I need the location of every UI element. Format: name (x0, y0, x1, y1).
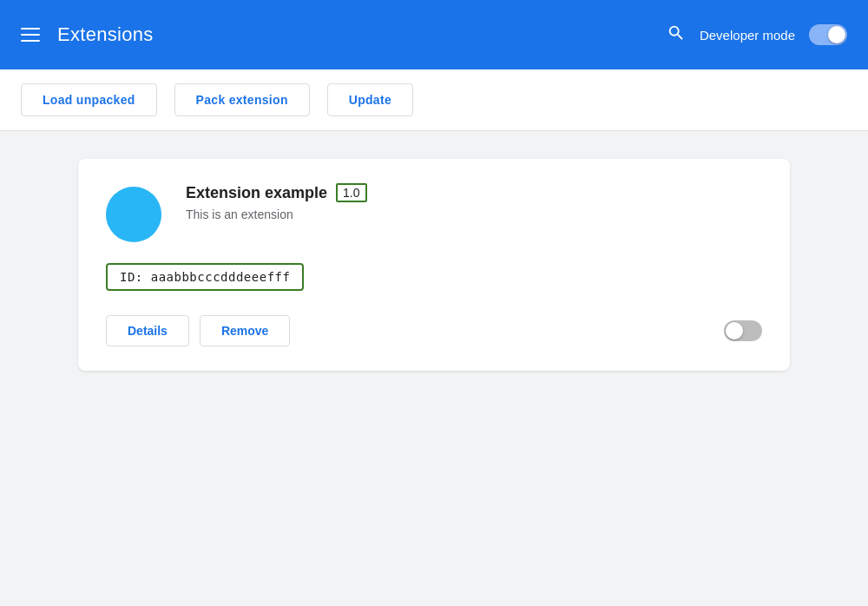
search-icon[interactable] (667, 23, 686, 46)
extension-icon (106, 187, 161, 242)
app-header: Extensions Developer mode (0, 0, 868, 69)
header-right: Developer mode (667, 23, 847, 46)
version-badge: 1.0 (336, 183, 366, 202)
card-top: Extension example 1.0 This is an extensi… (106, 183, 762, 242)
load-unpacked-button[interactable]: Load unpacked (21, 83, 157, 116)
extension-name: Extension example (186, 184, 327, 202)
extension-card: Extension example 1.0 This is an extensi… (78, 159, 790, 371)
update-button[interactable]: Update (327, 83, 413, 116)
hamburger-menu-icon[interactable] (21, 28, 40, 42)
extension-enable-toggle[interactable] (724, 320, 762, 341)
extension-description: This is an extension (186, 207, 762, 221)
extension-id: ID: aaabbbcccdddeeefff (106, 263, 304, 291)
card-buttons: Details Remove (106, 315, 290, 346)
toolbar: Load unpacked Pack extension Update (0, 69, 868, 131)
pack-extension-button[interactable]: Pack extension (174, 83, 310, 116)
remove-button[interactable]: Remove (200, 315, 290, 346)
id-section: ID: aaabbbcccdddeeefff (106, 263, 762, 291)
developer-mode-toggle[interactable] (809, 24, 847, 45)
extension-info: Extension example 1.0 This is an extensi… (186, 183, 762, 221)
header-left: Extensions (21, 23, 154, 46)
details-button[interactable]: Details (106, 315, 189, 346)
developer-mode-label: Developer mode (700, 28, 795, 43)
card-bottom: Details Remove (106, 315, 762, 346)
main-content: Extension example 1.0 This is an extensi… (0, 131, 868, 606)
extension-name-row: Extension example 1.0 (186, 183, 762, 202)
page-title: Extensions (57, 23, 154, 46)
